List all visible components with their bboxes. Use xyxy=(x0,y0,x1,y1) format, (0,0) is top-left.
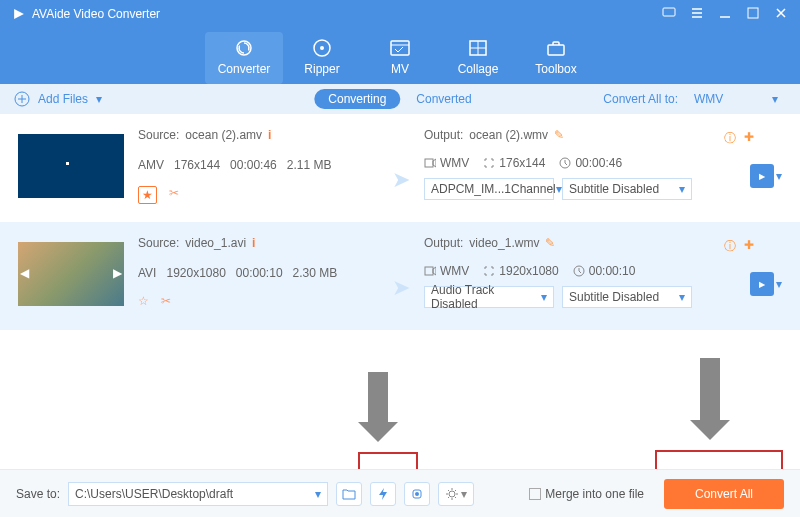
svg-marker-13 xyxy=(433,159,436,167)
format-badge-icon: ▶ xyxy=(750,272,774,296)
bottom-bar: Save to: C:\Users\USER\Desktop\draft ▾ ▾… xyxy=(0,469,800,517)
subtitle-dropdown[interactable]: Subtitle Disabled▾ xyxy=(562,178,692,200)
enhance-icon[interactable]: ★ xyxy=(138,186,157,204)
file-row: Source: ocean (2).amv i AMV 176x144 00:0… xyxy=(0,114,800,222)
tab-mv[interactable]: MV xyxy=(361,32,439,84)
subtitle-dropdown[interactable]: Subtitle Disabled▾ xyxy=(562,286,692,308)
svg-point-20 xyxy=(415,492,419,496)
checkbox-icon xyxy=(529,488,541,500)
settings-button[interactable]: ▾ xyxy=(438,482,474,506)
output-name: video_1.wmv xyxy=(469,236,539,250)
thumbnail[interactable]: ◀ ▶ xyxy=(18,242,124,306)
svg-rect-8 xyxy=(391,41,409,55)
format-dropdown[interactable]: WMV ▾ xyxy=(686,89,786,109)
compress-icon[interactable]: ✚ xyxy=(744,238,754,255)
annotation-arrow xyxy=(690,358,730,440)
plus-icon xyxy=(14,91,30,107)
clock-icon xyxy=(573,265,585,277)
open-folder-button[interactable] xyxy=(336,482,362,506)
clock-icon xyxy=(559,157,571,169)
annotation-arrow xyxy=(358,372,398,442)
save-to-label: Save to: xyxy=(16,487,60,501)
chip-icon xyxy=(410,487,424,501)
svg-marker-0 xyxy=(14,9,24,19)
cut-icon[interactable]: ✂ xyxy=(161,294,171,308)
video-icon xyxy=(424,265,436,277)
app-title: AVAide Video Converter xyxy=(32,7,160,21)
svg-rect-15 xyxy=(425,267,433,275)
mv-icon xyxy=(389,38,411,58)
output-format-button[interactable]: ▶ ▾ xyxy=(750,272,782,296)
toolbox-icon xyxy=(545,38,567,58)
lightning-icon xyxy=(377,487,389,501)
tab-collage[interactable]: Collage xyxy=(439,32,517,84)
rename-icon[interactable]: ✎ xyxy=(545,236,555,250)
svg-rect-12 xyxy=(425,159,433,167)
feedback-icon[interactable] xyxy=(662,6,676,23)
app-logo-icon xyxy=(12,7,26,21)
ripper-icon xyxy=(312,38,332,58)
chevron-down-icon: ▾ xyxy=(96,92,102,106)
info-output-icon[interactable]: ⓘ xyxy=(724,238,736,255)
sub-bar: Add Files ▾ Converting Converted Convert… xyxy=(0,84,800,114)
add-files-button[interactable]: Add Files ▾ xyxy=(14,91,102,107)
convert-all-to-label: Convert All to: xyxy=(603,92,678,106)
svg-rect-2 xyxy=(748,8,758,18)
tab-converter[interactable]: Converter xyxy=(205,32,283,84)
file-list: Source: ocean (2).amv i AMV 176x144 00:0… xyxy=(0,114,800,330)
menu-icon[interactable] xyxy=(690,6,704,23)
cut-icon[interactable]: ✂ xyxy=(169,186,179,204)
chevron-down-icon: ▾ xyxy=(772,92,778,106)
arrow-right-icon: ➤ xyxy=(392,275,410,301)
source-name: ocean (2).amv xyxy=(185,128,262,142)
gpu-accel-button[interactable] xyxy=(404,482,430,506)
svg-marker-16 xyxy=(433,267,436,275)
main-tabs: Converter Ripper MV Collage Toolbox xyxy=(0,28,800,84)
close-icon[interactable] xyxy=(774,6,788,23)
source-name: video_1.avi xyxy=(185,236,246,250)
tab-converted[interactable]: Converted xyxy=(402,89,485,109)
merge-checkbox[interactable]: Merge into one file xyxy=(529,487,644,501)
output-name: ocean (2).wmv xyxy=(469,128,548,142)
info-output-icon[interactable]: ⓘ xyxy=(724,130,736,147)
collage-icon xyxy=(468,38,488,58)
svg-marker-18 xyxy=(379,488,387,500)
enhance-icon[interactable]: ☆ xyxy=(138,294,149,308)
video-icon xyxy=(424,157,436,169)
format-badge-icon: ▶ xyxy=(750,164,774,188)
arrow-right-icon: ➤ xyxy=(392,167,410,193)
svg-point-21 xyxy=(449,491,455,497)
info-icon[interactable]: i xyxy=(268,128,271,142)
info-icon[interactable]: i xyxy=(252,236,255,250)
maximize-icon[interactable] xyxy=(746,6,760,23)
svg-rect-1 xyxy=(663,8,675,16)
resolution-icon xyxy=(483,157,495,169)
output-format-button[interactable]: ▶ ▾ xyxy=(750,164,782,188)
gear-icon xyxy=(445,487,459,501)
folder-icon xyxy=(342,488,356,500)
converter-icon xyxy=(233,38,255,58)
resolution-icon xyxy=(483,265,495,277)
rename-icon[interactable]: ✎ xyxy=(554,128,564,142)
minimize-icon[interactable] xyxy=(718,6,732,23)
tab-toolbox[interactable]: Toolbox xyxy=(517,32,595,84)
compress-icon[interactable]: ✚ xyxy=(744,130,754,147)
svg-rect-10 xyxy=(548,45,564,55)
file-row: ◀ ▶ Source: video_1.avi i AVI 1920x1080 … xyxy=(0,222,800,330)
audio-track-dropdown[interactable]: ADPCM_IM...1Channel▾ xyxy=(424,178,554,200)
prev-icon[interactable]: ◀ xyxy=(20,266,29,280)
next-icon[interactable]: ▶ xyxy=(113,266,122,280)
save-path-dropdown[interactable]: C:\Users\USER\Desktop\draft ▾ xyxy=(68,482,328,506)
convert-all-button[interactable]: Convert All xyxy=(664,479,784,509)
audio-track-dropdown[interactable]: Audio Track Disabled▾ xyxy=(424,286,554,308)
svg-point-7 xyxy=(320,46,324,50)
hardware-accel-button[interactable] xyxy=(370,482,396,506)
tab-converting[interactable]: Converting xyxy=(314,89,400,109)
title-bar: AVAide Video Converter xyxy=(0,0,800,28)
tab-ripper[interactable]: Ripper xyxy=(283,32,361,84)
thumbnail[interactable] xyxy=(18,134,124,198)
